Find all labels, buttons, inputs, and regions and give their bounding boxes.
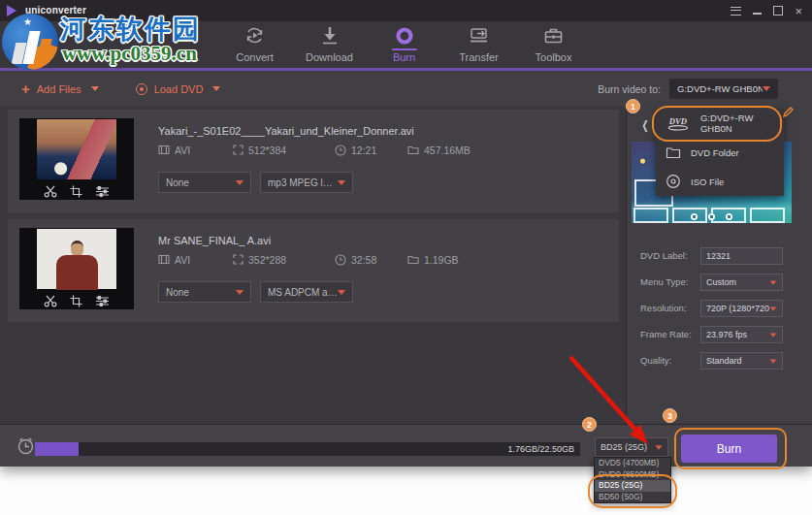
add-files-button[interactable]: + Add Files [21,82,81,96]
file-size: 1.19GB [407,253,459,266]
chevron-down-icon [655,445,662,450]
tab-convert[interactable]: Convert [217,24,292,63]
page: uniconverter × Convert Download [0,0,812,515]
tab-label: Transfer [459,51,499,63]
folder-icon [666,145,681,159]
step-badge-3: 3 [663,408,677,423]
burner-select-value: G:DVD+-RW GHB0N [677,83,763,94]
menu-type-select[interactable]: Custom [700,274,783,291]
burn-disc-icon [395,24,414,46]
chevron-down-icon [236,290,244,295]
quality-select[interactable]: Standard [700,352,783,370]
disc-option[interactable]: BD50 (50G) [595,492,670,503]
tab-label: Toolbox [536,51,572,63]
transfer-icon [469,24,490,46]
nav-header: Convert Download Burn [0,21,812,71]
disc-size-dropdown: DVD5 (4700MB) DVD9 (8500MB) BD25 (25G) B… [594,457,671,503]
crop-icon[interactable] [70,295,82,307]
menu-template-select[interactable]: None [158,172,251,193]
chevron-down-icon [770,280,777,284]
audio-track-select[interactable]: MS ADPCM aud... [260,281,353,303]
film-icon [158,145,170,155]
chevron-down-icon [770,359,777,363]
trim-icon[interactable] [44,295,57,307]
video-thumbnail [19,118,134,200]
app-window: uniconverter × Convert Download [0,0,812,467]
trim-icon[interactable] [44,185,57,198]
quality-field: Quality: Standard [627,352,812,370]
file-row[interactable]: Mr SANE_FINAL_ A.avi AVI 352*288 32:58 1… [8,219,619,322]
edit-pencil-icon[interactable] [782,106,795,118]
resolution-icon [233,145,244,155]
step-badge-1: 1 [626,99,640,113]
timer-icon [16,435,36,456]
burn-settings-panel: ❮ DVD G:DVD+-RW GHB0N DVD Folder ISO Fil… [627,107,812,424]
tab-label: Download [306,51,353,63]
step-badge-2: 2 [582,417,597,432]
minimize-button[interactable] [753,13,762,15]
file-format: AVI [158,253,190,266]
disc-option-selected[interactable]: BD25 (25G) [595,480,670,492]
toolbar: + Add Files Load DVD Burn video to: G:DV… [0,71,812,107]
file-resolution: 512*384 [233,144,286,156]
folder-icon [407,145,419,155]
app-logo-icon [7,5,16,16]
menu-icon[interactable] [731,7,741,16]
frame-rate-field: Frame Rate: 23.976 fps [627,326,812,343]
disc-option[interactable]: DVD9 (8500MB) [595,469,670,481]
resolution-icon [233,254,244,265]
resolution-select[interactable]: 720P (1280*720) [700,300,783,317]
carousel-dots[interactable] [632,213,792,220]
file-row[interactable]: Yakari_-_S01E02____Yakari_und_Kleiner_Do… [8,110,619,212]
tab-burn[interactable]: Burn [367,24,441,63]
progress-bar: 1.76GB/22.50GB [35,442,580,456]
audio-track-select[interactable]: mp3 MPEG laye... [260,172,353,193]
collapse-chevron-icon[interactable]: ❮ [642,118,649,132]
field-label: Resolution: [640,300,687,317]
tab-download[interactable]: Download [292,24,367,63]
maximize-button[interactable] [773,6,783,16]
menu-type-field: Menu Type: Custom [627,274,812,291]
frame-rate-select[interactable]: 23.976 fps [700,326,783,343]
burner-option-iso-file[interactable]: ISO File [656,167,784,196]
file-name: Mr SANE_FINAL_ A.avi [158,235,271,246]
window-title: uniconverter [25,5,86,16]
crop-icon[interactable] [70,185,82,198]
resolution-field: Resolution: 720P (1280*720) [627,300,812,317]
dvd-disc-icon [136,83,147,95]
dvd-logo-icon: DVD [666,115,691,132]
menu-template-select[interactable]: None [158,281,251,303]
dvd-label-input[interactable]: 12321 [700,247,783,265]
tab-label: Convert [236,51,274,63]
bottom-bar: 1.76GB/22.50GB BD25 (25G) Burn [0,424,812,467]
burner-option-device[interactable]: DVD G:DVD+-RW GHB0N [656,109,784,138]
disc-size-select[interactable]: BD25 (25G) [595,437,668,457]
file-format: AVI [158,144,190,156]
tab-toolbox[interactable]: Toolbox [516,24,591,63]
tab-transfer[interactable]: Transfer [441,24,516,63]
dvd-label-field: DVD Label: 12321 [627,247,812,265]
disc-option[interactable]: DVD5 (4700MB) [595,458,670,469]
file-duration: 12:21 [335,144,376,156]
effects-icon[interactable] [95,295,110,307]
clock-icon [335,254,346,266]
close-button[interactable]: × [795,5,802,17]
burner-option-dvd-folder[interactable]: DVD Folder [656,138,784,167]
field-label: Frame Rate: [640,326,692,343]
load-dvd-button[interactable]: Load DVD [136,83,204,95]
file-resolution: 352*288 [233,253,286,266]
burn-button[interactable]: Burn [681,435,777,463]
toolbox-icon [543,24,564,46]
burner-select[interactable]: G:DVD+-RW GHB0N [669,79,778,99]
convert-icon [244,24,265,46]
download-icon [320,24,340,46]
file-list: Yakari_-_S01E02____Yakari_und_Kleiner_Do… [0,107,627,424]
file-duration: 32:58 [335,253,376,266]
file-name: Yakari_-_S01E02____Yakari_und_Kleiner_Do… [158,125,414,137]
burn-to-label: Burn video to: [598,83,661,95]
effects-icon[interactable] [95,185,110,198]
load-dvd-caret-icon[interactable] [212,86,220,91]
file-size: 457.16MB [407,144,471,156]
add-files-caret-icon[interactable] [91,86,99,91]
progress-fill [35,442,79,456]
